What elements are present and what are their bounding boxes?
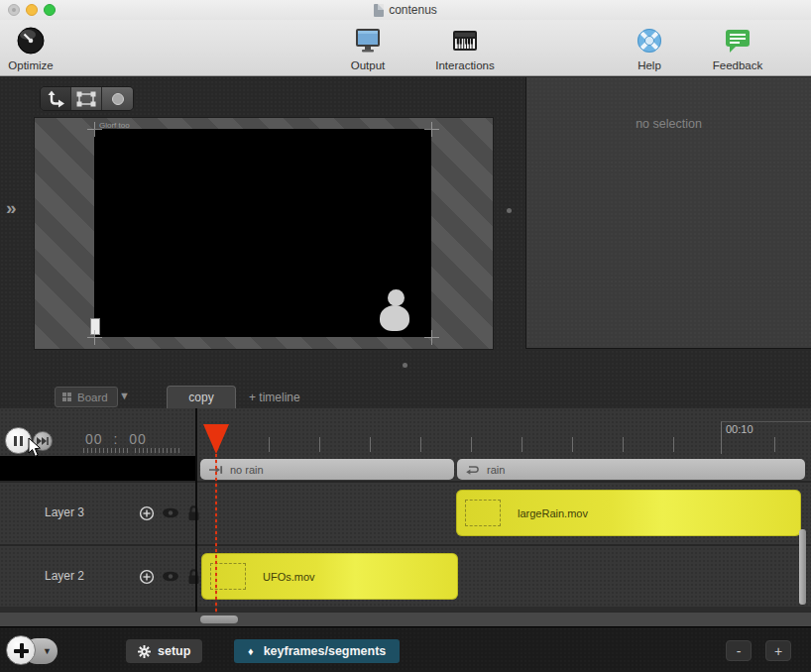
traffic-lights (8, 4, 56, 16)
keyframes-label: keyframes/segments (264, 644, 387, 658)
time-separator: : (113, 431, 118, 447)
minutes-dial[interactable] (83, 448, 129, 453)
visibility-eye-icon[interactable] (162, 570, 179, 583)
horizontal-scrollbar-track[interactable] (0, 612, 811, 626)
document-icon (374, 4, 384, 17)
feedback-button[interactable]: Feedback (696, 24, 779, 71)
ruler-tick (269, 437, 270, 452)
ruler-tick (471, 437, 472, 452)
output-label: Output (351, 59, 386, 71)
visibility-eye-icon[interactable] (162, 506, 179, 519)
lifering-icon (633, 24, 666, 57)
clip-thumbnail-placeholder (465, 500, 501, 526)
feedback-label: Feedback (713, 59, 763, 71)
minimize-button[interactable] (26, 4, 38, 16)
add-layer-button[interactable] (6, 635, 36, 665)
timeline-ruler[interactable]: 00:10 (197, 408, 811, 454)
layer-row-3: Layer 3 largeRain.mov (0, 481, 811, 541)
zoom-button[interactable] (44, 4, 56, 16)
canvas-tool-group (40, 86, 134, 111)
output-button[interactable]: Output (326, 24, 409, 71)
add-dropdown-icon: ▼ (43, 646, 52, 656)
help-label: Help (637, 59, 661, 71)
corner-crosshair-top-left (87, 122, 102, 137)
interactions-button[interactable]: Interactions (423, 24, 507, 71)
minus-icon: - (737, 643, 742, 659)
transform-tool-button[interactable] (71, 87, 102, 110)
vertical-splitter-handle[interactable] (507, 208, 512, 213)
timeline-zoom-out-button[interactable]: - (726, 640, 752, 661)
plus-icon: + (774, 643, 782, 659)
inspector-panel: no selection (525, 77, 811, 349)
clip-label: largeRain.mov (518, 507, 588, 519)
board-dropdown-icon[interactable]: ▼ (119, 390, 130, 401)
time-display[interactable]: 00 : 00 (85, 431, 147, 447)
close-button[interactable] (8, 4, 20, 16)
clip-largeRain[interactable]: largeRain.mov (456, 490, 801, 536)
ruler-tick (774, 437, 775, 452)
move-arrow-icon (46, 90, 65, 108)
stage[interactable] (94, 129, 431, 337)
time-seconds[interactable]: 00 (129, 431, 147, 447)
gauge-icon (14, 24, 48, 57)
setup-label: setup (158, 644, 190, 658)
app-window: contenus Optimize (0, 0, 811, 672)
clip-UFOs[interactable]: UFOs.mov (201, 553, 458, 600)
mouse-cursor (28, 437, 43, 458)
layer-name[interactable]: Layer 2 (45, 569, 84, 583)
seconds-dial[interactable] (135, 448, 180, 453)
main-toolbar: Optimize Output (0, 20, 811, 76)
lock-icon[interactable] (186, 504, 201, 521)
circle-icon (108, 90, 128, 108)
plus-icon (14, 643, 29, 658)
lock-icon[interactable] (186, 568, 201, 585)
add-timeline-button[interactable]: + timeline (249, 391, 300, 404)
segment-label: no rain (230, 464, 264, 476)
loop-icon (465, 464, 480, 475)
pasteboard[interactable]: Glorf too (35, 118, 493, 349)
segment-row-header (0, 456, 195, 483)
optimize-button[interactable]: Optimize (0, 24, 72, 71)
board-grid-icon (62, 392, 71, 401)
ruler-end-marker: 00:10 (721, 421, 811, 454)
timeline-column-divider (195, 408, 197, 613)
tab-copy[interactable]: copy (167, 386, 236, 408)
ruler-tick (572, 437, 573, 452)
add-keyframe-icon[interactable] (139, 569, 155, 585)
canvas-region: » (0, 76, 811, 408)
clip-label: UFOs.mov (263, 571, 315, 583)
timeline-zoom-in-button[interactable]: + (765, 640, 791, 661)
shape-tool-button[interactable] (102, 87, 133, 110)
horizontal-splitter-handle[interactable] (403, 363, 407, 368)
layer-row-2: Layer 2 UFOs.mov (0, 544, 811, 605)
segment-label: rain (487, 464, 505, 476)
interactions-label: Interactions (435, 59, 494, 71)
ruler-tick (370, 437, 371, 452)
playhead[interactable] (203, 424, 229, 454)
board-selector-button[interactable]: Board (55, 387, 118, 407)
ruler-tick (623, 437, 624, 452)
time-minutes[interactable]: 00 (85, 431, 103, 447)
board-label: Board (77, 392, 108, 403)
collapse-panel-icon[interactable]: » (6, 197, 15, 219)
segment-no-rain[interactable]: no rain (200, 459, 454, 480)
move-tool-button[interactable] (41, 87, 71, 110)
keyboard-icon (448, 24, 482, 57)
corner-crosshair-bottom-left (87, 330, 102, 345)
add-keyframe-icon[interactable] (139, 505, 155, 521)
no-selection-text: no selection (526, 117, 811, 131)
ruler-end-time: 00:10 (726, 423, 753, 435)
help-button[interactable]: Help (608, 24, 691, 71)
keyframes-segments-button[interactable]: ♦ keyframes/segments (234, 639, 400, 663)
title-bar: contenus (0, 0, 811, 20)
playhead-line (215, 454, 217, 614)
ruler-tick (319, 437, 320, 452)
ruler-tick (420, 437, 421, 452)
layer-name[interactable]: Layer 3 (45, 505, 84, 519)
setup-button[interactable]: setup (126, 639, 202, 663)
segment-rain[interactable]: rain (457, 459, 805, 480)
monitor-icon (351, 24, 385, 57)
horizontal-scrollbar-thumb[interactable] (200, 616, 238, 623)
vertical-scrollbar[interactable] (799, 529, 806, 605)
person-placeholder-icon[interactable] (380, 289, 409, 331)
